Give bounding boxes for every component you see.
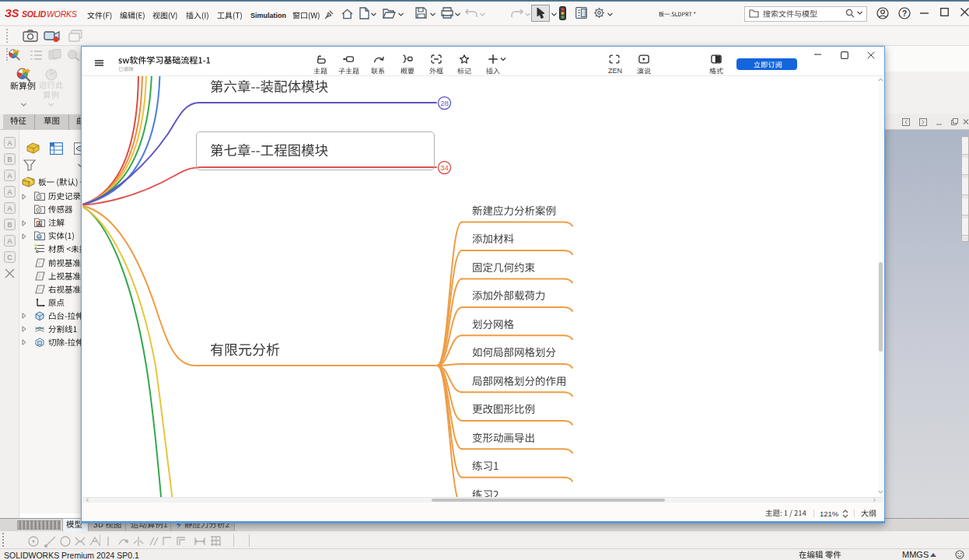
svg-text:SOLID: SOLID xyxy=(22,9,47,19)
svg-text:A: A xyxy=(7,172,12,180)
svg-text:A: A xyxy=(7,139,12,147)
svg-text:28: 28 xyxy=(440,99,449,107)
svg-text:?: ? xyxy=(902,9,907,18)
svg-text:A: A xyxy=(7,188,12,196)
svg-text:B: B xyxy=(7,156,12,163)
svg-text:ЗS: ЗS xyxy=(5,7,19,19)
svg-text:C: C xyxy=(7,254,12,261)
svg-text:A: A xyxy=(7,237,12,245)
svg-text:A: A xyxy=(7,205,12,212)
svg-text:A: A xyxy=(37,221,41,226)
svg-text:B: B xyxy=(7,221,12,229)
svg-text:WORKS: WORKS xyxy=(47,9,77,19)
svg-text:34: 34 xyxy=(440,163,449,172)
